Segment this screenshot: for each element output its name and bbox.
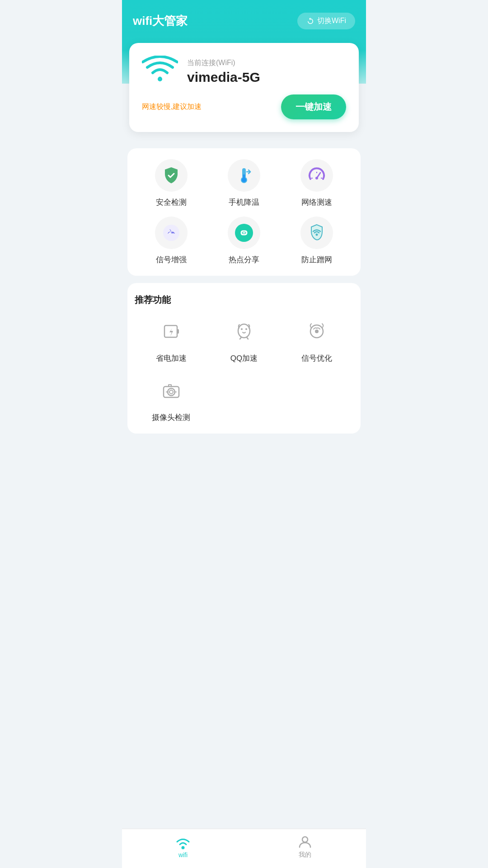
feature-item-anti-sponge[interactable]: 防止蹭网 xyxy=(281,217,353,265)
feature-grid: 安全检测 手机降温 xyxy=(135,159,353,265)
signal-optimize-icon xyxy=(300,315,333,348)
camera-detect-label: 摄像头检测 xyxy=(152,412,190,423)
wifi-text-block: 当前连接(WiFi) vimedia-5G xyxy=(187,58,346,85)
feature-item-cooling[interactable]: 手机降温 xyxy=(207,159,280,208)
feature-item-signal-boost[interactable]: 信号增强 xyxy=(135,217,207,265)
recommend-item-battery-save[interactable]: 省电加速 xyxy=(135,315,207,363)
svg-point-4 xyxy=(242,178,246,182)
main-content: 当前连接(WiFi) vimedia-5G 网速较慢,建议加速 一键加速 安全检… xyxy=(122,84,366,486)
signal-optimize-label: 信号优化 xyxy=(301,353,332,363)
app-title: wifi大管家 xyxy=(133,13,188,29)
svg-point-23 xyxy=(168,388,175,396)
battery-save-icon xyxy=(155,315,188,348)
header-top: wifi大管家 切换WiFi xyxy=(133,13,355,29)
hotspot-icon-wrap xyxy=(228,217,260,249)
qq-boost-label: QQ加速 xyxy=(230,353,258,363)
svg-rect-16 xyxy=(177,329,179,334)
qq-boost-icon xyxy=(228,315,260,348)
wifi-info-row: 当前连接(WiFi) vimedia-5G xyxy=(142,56,346,87)
svg-point-0 xyxy=(158,77,162,81)
feature-item-hotspot[interactable]: 热点分享 xyxy=(207,217,280,265)
svg-point-19 xyxy=(245,328,247,330)
signal-boost-label: 信号增强 xyxy=(156,255,187,265)
anti-sponge-icon-wrap xyxy=(300,217,333,249)
recommend-section: 推荐功能 省电加速 xyxy=(127,283,361,434)
anti-sponge-label: 防止蹭网 xyxy=(301,255,332,265)
svg-point-17 xyxy=(238,324,250,338)
connected-label: 当前连接(WiFi) xyxy=(187,58,346,68)
svg-point-24 xyxy=(169,390,173,394)
security-icon-wrap xyxy=(155,159,188,192)
svg-point-18 xyxy=(241,328,243,330)
wifi-signal-icon xyxy=(142,56,178,87)
svg-point-21 xyxy=(315,330,319,333)
card-bottom-row: 网速较慢,建议加速 一键加速 xyxy=(142,94,346,119)
speedtest-icon-wrap xyxy=(300,159,333,192)
feature-section: 安全检测 手机降温 xyxy=(127,148,361,276)
camera-detect-icon xyxy=(155,374,188,407)
svg-point-7 xyxy=(315,177,318,179)
boost-button[interactable]: 一键加速 xyxy=(281,94,346,119)
cooling-label: 手机降温 xyxy=(229,197,259,208)
connected-card: 当前连接(WiFi) vimedia-5G 网速较慢,建议加速 一键加速 xyxy=(129,43,359,132)
svg-point-14 xyxy=(316,234,318,236)
recommend-item-signal-optimize[interactable]: 信号优化 xyxy=(281,315,353,363)
recommend-grid: 省电加速 xyxy=(135,315,353,423)
slow-speed-text: 网速较慢,建议加速 xyxy=(142,102,202,112)
ssid-name: vimedia-5G xyxy=(187,70,346,85)
recommend-item-qq-boost[interactable]: QQ加速 xyxy=(207,315,280,363)
security-label: 安全检测 xyxy=(156,197,187,208)
signal-boost-icon-wrap xyxy=(155,217,188,249)
switch-wifi-label: 切换WiFi xyxy=(317,16,346,26)
battery-save-label: 省电加速 xyxy=(156,353,187,363)
feature-item-security[interactable]: 安全检测 xyxy=(135,159,207,208)
feature-item-speedtest[interactable]: 网络测速 xyxy=(281,159,353,208)
recommend-item-camera-detect[interactable]: 摄像头检测 xyxy=(135,374,207,423)
cooling-icon-wrap xyxy=(228,159,260,192)
hotspot-label: 热点分享 xyxy=(229,255,259,265)
switch-wifi-button[interactable]: 切换WiFi xyxy=(297,13,355,29)
speedtest-label: 网络测速 xyxy=(301,197,332,208)
recommend-title: 推荐功能 xyxy=(135,294,353,306)
